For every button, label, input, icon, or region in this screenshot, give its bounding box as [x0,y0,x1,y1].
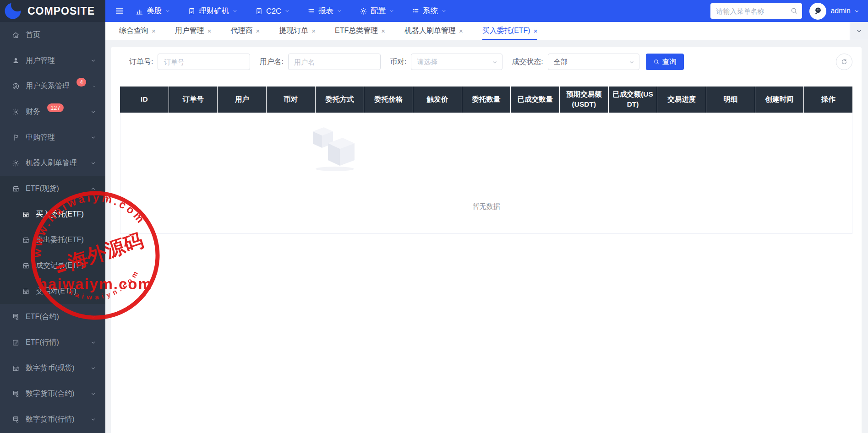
sidebar-item-label: 申购管理 [26,133,55,142]
tab-label: ETF总类管理 [335,26,378,36]
user-circle-icon [12,82,20,90]
tab-list-dropdown-button[interactable] [850,22,868,40]
sidebar-item-label: 卖出委托(ETF) [36,235,84,245]
tab-label: 代理商 [231,26,253,36]
pair-select[interactable]: 请选择 [411,54,502,70]
sidebar-item-user-relation-management[interactable]: 用户关系管理4 [0,73,105,99]
topnav-item-label: 系统 [423,6,438,16]
chevron-down-icon [92,83,96,89]
orders-table: ID订单号用户币对委托方式委托价格触发价委托数量已成交数量预期交易额(USDT)… [120,87,852,234]
close-icon[interactable]: × [534,27,538,34]
tab-robot-order[interactable]: 机器人刷单管理× [404,22,463,40]
topnav-item-report[interactable]: 报表 [307,6,342,16]
chevron-down-icon [90,58,96,64]
query-button[interactable]: 查询 [646,54,684,70]
column-header: 已成交额(USDT) [608,87,657,113]
sidebar-item-crypto-spot[interactable]: 数字货币(现货) [0,355,105,381]
column-header: 预期交易额(USDT) [559,87,608,113]
column-header: 明细 [706,87,755,113]
chevron-down-icon [389,8,394,14]
sidebar-item-etf-trade-record[interactable]: 成交记录(ETF) [0,253,105,278]
sidebar-item-etf-market[interactable]: ETF(行情) [0,330,105,355]
username-input[interactable] [288,54,381,70]
sidebar-item-subscription-management[interactable]: 申购管理 [0,124,105,150]
tab-agent[interactable]: 代理商× [231,22,260,40]
search-icon [653,59,660,65]
sidebar-item-etf-spot[interactable]: ETF(现货) [0,176,105,201]
hamburger-menu-icon[interactable] [115,6,125,16]
tab-etf-category[interactable]: ETF总类管理× [335,22,385,40]
sidebar-item-label: 用户关系管理 [26,81,70,91]
sql-icon [12,390,20,398]
tabs: 综合查询×用户管理×代理商×提现订单×ETF总类管理×机器人刷单管理×买入委托(… [119,22,557,40]
sidebar-item-crypto-contract[interactable]: 数字货币(合约) [0,381,105,406]
refresh-icon [841,58,848,65]
tab-user-management[interactable]: 用户管理× [175,22,212,40]
column-header: 委托价格 [364,87,413,113]
sql-icon [12,313,20,321]
order-no-input[interactable] [158,54,250,70]
close-icon[interactable]: × [311,27,316,34]
topnav-item-wealth-miner[interactable]: 理财矿机 [188,6,238,16]
close-icon[interactable]: × [256,27,260,34]
edit-icon [12,339,20,346]
chevron-down-icon [165,8,170,14]
sidebar-item-label: ETF(现货) [26,184,59,194]
tab-label: 用户管理 [175,26,204,36]
sidebar-item-finance[interactable]: 财务127 [0,99,105,124]
refresh-button[interactable] [836,54,852,70]
sidebar-item-etf-contract[interactable]: ETF(合约) [0,304,105,330]
sidebar-item-etf-trading-pair[interactable]: 交易对(ETF) [0,278,105,304]
empty-state-text: 暂无数据 [120,202,852,211]
user-icon [12,57,20,65]
count-badge: 127 [47,103,64,112]
robot-avatar-icon [812,5,824,17]
brand-logo: COMPOSITE [0,0,105,22]
sidebar-item-label: 数字货币(行情) [26,415,75,424]
chevron-down-icon [90,109,96,115]
chevron-down-icon[interactable] [854,8,860,14]
tab-withdraw-order[interactable]: 提现订单× [279,22,316,40]
home-icon [12,31,20,39]
topnav-item-c2c[interactable]: C2C [255,7,290,16]
chevron-down-icon [628,59,635,65]
topnav-item-us-stock[interactable]: 美股 [136,6,170,16]
sidebar: COMPOSITE 首页用户管理用户关系管理4财务127申购管理机器人刷单管理E… [0,0,105,433]
column-header: 创建时间 [755,87,804,113]
top-navbar: 美股理财矿机C2C报表配置系统 admin [105,0,868,22]
chevron-down-icon [90,135,96,141]
close-icon[interactable]: × [152,27,156,34]
sidebar-item-crypto-market[interactable]: 数字货币(行情) [0,406,105,432]
sidebar-item-home[interactable]: 首页 [0,22,105,48]
menu-search-input[interactable] [710,3,802,19]
shop-icon [22,236,30,244]
chevron-down-icon [284,8,290,14]
sidebar-item-robot-order-management[interactable]: 机器人刷单管理 [0,150,105,176]
close-icon[interactable]: × [459,27,463,34]
table-empty-body: 暂无数据 [120,113,852,234]
close-icon[interactable]: × [381,27,385,34]
doc-icon [255,7,263,15]
tab-composite-query[interactable]: 综合查询× [119,22,156,40]
sidebar-item-etf-buy-order[interactable]: 买入委托(ETF) [0,201,105,227]
column-header: 已成交数量 [510,87,559,113]
sidebar-item-user-management[interactable]: 用户管理 [0,48,105,73]
sidebar-group-etf-spot: ETF(现货)买入委托(ETF)卖出委托(ETF)成交记录(ETF)交易对(ET… [0,176,105,304]
status-select[interactable]: 全部 [548,54,639,70]
navbar-right: admin [710,3,868,20]
tab-label: 机器人刷单管理 [404,26,456,36]
close-icon[interactable]: × [207,27,212,34]
page-content: 订单号: 用户名: 币对: 请选择 成交状态: 全部 查询 ID订单号 [105,40,868,433]
sidebar-item-label: ETF(行情) [26,338,59,347]
user-name[interactable]: admin [830,7,851,15]
topnav-item-system[interactable]: 系统 [412,6,447,16]
tab-etf-buy-order[interactable]: 买入委托(ETF)× [482,22,538,40]
topnav-item-config[interactable]: 配置 [360,6,394,16]
chevron-down-icon [90,314,96,320]
sidebar-item-etf-sell-order[interactable]: 卖出委托(ETF) [0,227,105,253]
avatar[interactable] [809,3,826,20]
search-icon[interactable] [790,7,798,15]
column-header: 交易进度 [657,87,706,113]
filter-bar: 订单号: 用户名: 币对: 请选择 成交状态: 全部 查询 [120,54,852,70]
chevron-up-icon [90,186,96,192]
